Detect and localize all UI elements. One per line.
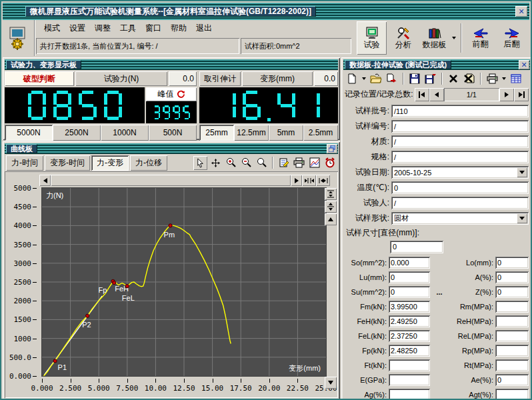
tab-变形-时间[interactable]: 变形-时间 — [45, 155, 90, 171]
tool-cursor-icon[interactable] — [193, 156, 207, 170]
data-panel-close-icon[interactable]: ✕ — [519, 60, 529, 69]
sample-no-input[interactable]: / — [391, 120, 529, 133]
menu-item-5[interactable]: 窗口 — [141, 21, 165, 35]
more-dots[interactable]: ... — [430, 288, 449, 296]
toolbar-button-databoard[interactable]: 数据板 — [419, 21, 449, 55]
databoard-tool-delete-all-icon[interactable] — [462, 71, 477, 86]
dropdown-caret-icon[interactable] — [361, 77, 367, 80]
result-input[interactable]: 2.49250 — [389, 315, 430, 327]
record-last-icon[interactable] — [514, 88, 529, 101]
range-button-25mm[interactable]: 25mm — [199, 125, 234, 141]
databoard-tool-grid-icon[interactable] — [509, 71, 523, 86]
sample-shape-input[interactable]: 圆材 — [391, 212, 529, 225]
toolbar-button-analyze[interactable]: 分析 — [388, 21, 418, 55]
fit-y-icon[interactable] — [325, 188, 337, 200]
menu-item-1[interactable]: 模式 — [40, 21, 64, 35]
tool-zoom-out-icon[interactable] — [239, 156, 253, 170]
databoard-tool-save-as-icon[interactable] — [423, 71, 438, 86]
range-button-5000N[interactable]: 5000N — [5, 125, 53, 141]
compress-y-icon[interactable] — [325, 201, 337, 213]
tool-clock-icon[interactable] — [323, 156, 337, 170]
result-input[interactable] — [389, 374, 430, 386]
scroll-up-icon[interactable] — [325, 213, 337, 225]
tab-力-变形[interactable]: 力-变形 — [91, 155, 129, 171]
toolbar-button-page-next[interactable]: 后翻 — [497, 21, 527, 55]
range-button-5mm[interactable]: 5mm — [269, 125, 303, 141]
tester-input[interactable]: / — [391, 197, 529, 209]
result-input[interactable]: 0 — [495, 286, 529, 298]
result-input[interactable]: 0 — [495, 257, 529, 269]
dropdown-caret-icon[interactable] — [451, 21, 457, 55]
tool-zoom-icon[interactable] — [255, 156, 269, 170]
menu-item-2[interactable]: 设置 — [65, 21, 89, 35]
range-button-2500N[interactable]: 2500N — [53, 125, 101, 141]
scroll-track[interactable] — [51, 175, 291, 186]
menu-item-3[interactable]: 调整 — [91, 21, 115, 35]
scroll-right-icon[interactable] — [291, 175, 302, 186]
close-icon[interactable]: ✕ — [515, 6, 527, 17]
databoard-tool-save-icon[interactable] — [407, 71, 422, 86]
menu-item-4[interactable]: 工具 — [116, 21, 140, 35]
plot-region[interactable]: P1P2FpFeHFeLPm 力(N) 变形(mm) — [42, 188, 326, 376]
result-input[interactable]: 0 — [495, 374, 529, 386]
result-input[interactable]: 3.99500 — [389, 301, 430, 313]
result-input[interactable] — [495, 389, 529, 400]
test-date-input[interactable]: 2005-10-25 — [391, 166, 529, 179]
restore-icon[interactable] — [327, 144, 337, 153]
databoard-tool-folder-open-icon[interactable] — [369, 71, 383, 86]
temperature-input[interactable]: 0 — [391, 181, 529, 194]
tool-move-icon[interactable] — [209, 156, 223, 170]
databoard-tool-delete-icon[interactable] — [446, 71, 461, 86]
tab-力-位移[interactable]: 力-位移 — [130, 155, 167, 171]
databoard-tool-export-icon[interactable] — [385, 71, 399, 86]
tool-notes-icon[interactable] — [277, 156, 291, 170]
size-input[interactable]: 0 — [390, 241, 443, 253]
result-input[interactable] — [495, 315, 529, 327]
material-input[interactable]: / — [391, 135, 529, 148]
tool-chart-icon[interactable] — [307, 156, 321, 170]
scroll-down-icon[interactable] — [325, 377, 337, 389]
batch-no-input[interactable]: /110 — [391, 105, 529, 117]
combo-arrow-icon[interactable] — [517, 167, 527, 177]
result-input[interactable]: 0 — [495, 271, 529, 283]
result-input[interactable] — [495, 330, 529, 342]
range-button-1000N[interactable]: 1000N — [101, 125, 149, 141]
databoard-tool-printer-icon[interactable] — [485, 71, 499, 86]
result-input[interactable]: 0 — [389, 286, 430, 298]
chart-v-scrollbar[interactable] — [325, 188, 337, 389]
range-button-2.5mm[interactable]: 2.5mm — [303, 125, 338, 141]
spec-input[interactable]: / — [391, 151, 529, 163]
expand-x-icon[interactable] — [316, 175, 330, 186]
toolbar-button-test[interactable]: 试验 — [357, 21, 387, 55]
compress-x-icon[interactable] — [302, 175, 316, 186]
menu-item-7[interactable]: 退出 — [192, 21, 216, 35]
result-input[interactable] — [389, 389, 430, 400]
result-input[interactable]: 2.48250 — [389, 345, 430, 357]
result-input[interactable] — [495, 359, 529, 371]
refresh-icon[interactable] — [177, 90, 185, 99]
chart-h-scrollbar[interactable] — [39, 175, 330, 186]
peak-button[interactable]: 峰值 — [146, 87, 197, 101]
result-input[interactable]: 0.000 — [389, 257, 430, 269]
extensometer-button[interactable]: 取引伸计 — [199, 71, 241, 86]
result-input[interactable]: 0 — [389, 271, 430, 283]
databoard-tool-doc-new-icon[interactable] — [345, 71, 359, 86]
tool-printer-icon[interactable] — [292, 156, 306, 170]
record-first-icon[interactable] — [415, 88, 429, 101]
result-input[interactable]: 2.37250 — [389, 330, 430, 342]
toolbar-button-page-prev[interactable]: 前翻 — [465, 21, 495, 55]
menu-item-6[interactable]: 帮助 — [167, 21, 191, 35]
result-input[interactable] — [389, 359, 430, 371]
record-prev-icon[interactable] — [429, 88, 444, 101]
range-button-500N[interactable]: 500N — [149, 125, 197, 141]
break-judge-button[interactable]: 破型判断 — [5, 71, 74, 86]
range-button-12.5mm[interactable]: 12.5mm — [234, 125, 269, 141]
result-input[interactable] — [495, 301, 529, 313]
tab-力-时间[interactable]: 力-时间 — [6, 155, 43, 171]
dropdown-caret-icon[interactable] — [501, 77, 507, 80]
tool-zoom-in-icon[interactable] — [224, 156, 238, 170]
scroll-left-icon[interactable] — [39, 175, 51, 186]
result-input[interactable] — [495, 345, 529, 357]
record-next-icon[interactable] — [499, 88, 514, 101]
combo-arrow-icon[interactable] — [517, 213, 527, 223]
